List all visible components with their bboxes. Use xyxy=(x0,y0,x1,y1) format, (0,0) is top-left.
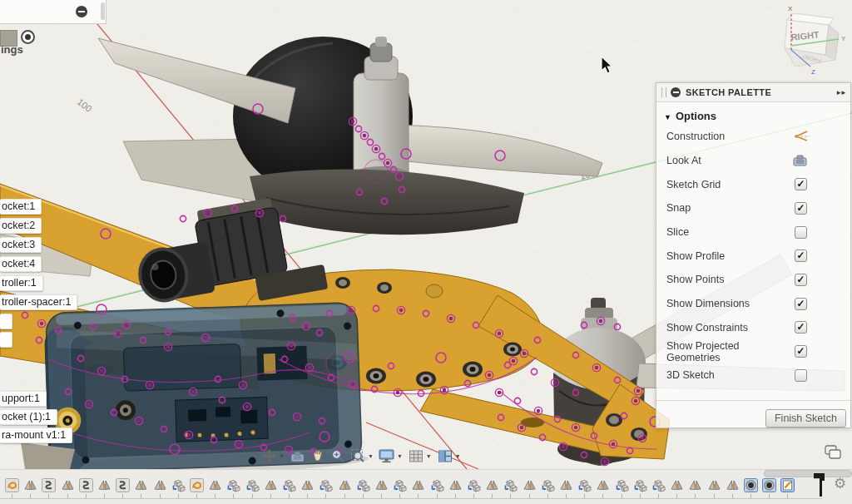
orbit-dropdown-arrow[interactable]: ▼ xyxy=(279,453,285,459)
sketch-point[interactable] xyxy=(258,211,261,215)
timeline-item-joint[interactable] xyxy=(523,478,537,492)
sketch-point[interactable] xyxy=(125,324,128,327)
sketch-point[interactable] xyxy=(449,317,453,320)
browser-label[interactable]: ocket:4 xyxy=(0,256,42,272)
timeline-item-motion-joint[interactable] xyxy=(744,478,758,492)
timeline-item-component[interactable] xyxy=(282,478,296,492)
sketch-point[interactable] xyxy=(396,391,399,394)
timeline-item-component[interactable] xyxy=(633,478,647,492)
sketch-point[interactable] xyxy=(537,409,540,413)
sketch-point[interactable] xyxy=(498,332,501,335)
timeline-playhead[interactable] xyxy=(814,473,827,498)
comment-icon[interactable] xyxy=(825,445,843,461)
timeline-item-joint[interactable] xyxy=(726,478,740,492)
sketch-point[interactable] xyxy=(488,373,491,377)
timeline-item-joint[interactable] xyxy=(688,478,702,492)
sketch-point[interactable] xyxy=(87,403,91,406)
sketch-point[interactable] xyxy=(148,383,151,387)
sketch-point[interactable] xyxy=(100,369,103,373)
sketch-point[interactable] xyxy=(374,147,378,151)
sketch-point[interactable] xyxy=(305,324,308,328)
sketch-point[interactable] xyxy=(204,336,207,339)
timeline-item-component[interactable] xyxy=(319,478,333,492)
lookat-icon[interactable] xyxy=(792,154,810,167)
show-constraints-checkbox[interactable]: ✓ xyxy=(795,321,807,334)
sketch-point[interactable] xyxy=(562,445,565,448)
sketch-point[interactable] xyxy=(295,415,299,418)
timeline-item-joint[interactable] xyxy=(208,478,222,492)
motor-shaft-column[interactable] xyxy=(354,73,409,180)
browser-label[interactable]: ocket:1 xyxy=(0,199,42,215)
browser-label[interactable]: ocket:3 xyxy=(0,237,42,253)
timeline-item-joint[interactable] xyxy=(670,478,684,492)
sketch-point[interactable] xyxy=(180,215,186,221)
sketch-point[interactable] xyxy=(137,419,141,422)
timeline-item-joint[interactable] xyxy=(338,478,352,492)
sketch-point[interactable] xyxy=(349,309,353,312)
browser-label[interactable]: ocket (1):1 xyxy=(0,409,57,425)
scrollbar-thumb[interactable] xyxy=(101,2,105,20)
sketch-point[interactable] xyxy=(531,368,537,374)
sketch-point[interactable] xyxy=(386,161,389,165)
timeline-item-joint[interactable] xyxy=(61,478,75,492)
timeline-item-as-built-joint[interactable] xyxy=(42,478,56,492)
timeline-item-component[interactable] xyxy=(393,478,407,492)
timeline-item-joint[interactable] xyxy=(596,478,610,492)
viewcube[interactable]: RIGHT FRONT X Y Z xyxy=(774,2,852,81)
timeline-item-joint[interactable] xyxy=(448,478,463,492)
timeline-item-joint[interactable] xyxy=(559,478,573,492)
timeline-item-joint[interactable] xyxy=(23,478,37,492)
sketch-point[interactable] xyxy=(40,322,43,325)
electronics-case[interactable] xyxy=(44,302,369,469)
sketch-point[interactable] xyxy=(512,359,515,363)
timeline-item-joint[interactable] xyxy=(300,478,315,492)
timeline-item-component[interactable] xyxy=(467,478,481,492)
timeline-item-component[interactable] xyxy=(503,478,518,492)
sketch-point[interactable] xyxy=(187,433,191,437)
sketch-point[interactable] xyxy=(599,319,602,323)
timeline-item-component[interactable] xyxy=(615,478,629,492)
timeline-item-joint[interactable] xyxy=(374,478,389,492)
browser-label[interactable]: troller-spacer:1 xyxy=(0,294,77,310)
sketch-point[interactable] xyxy=(351,383,354,386)
sketch-point[interactable] xyxy=(574,426,577,429)
sketch-point[interactable] xyxy=(641,437,644,440)
look-at-tool-icon[interactable] xyxy=(288,447,308,465)
timeline-item-joint[interactable] xyxy=(707,478,721,492)
timeline-item-joint[interactable] xyxy=(264,478,278,492)
timeline-item-component[interactable] xyxy=(430,478,444,492)
browser-label[interactable]: troller:1 xyxy=(0,275,43,291)
fit-dropdown-arrow[interactable]: ▼ xyxy=(368,453,374,459)
display-settings-dropdown-arrow[interactable]: ▼ xyxy=(397,453,403,459)
sketch-point[interactable] xyxy=(553,381,557,384)
timeline-item-joint[interactable] xyxy=(411,478,425,492)
sketch-point[interactable] xyxy=(443,388,446,392)
show-points-checkbox[interactable]: ✓ xyxy=(795,274,807,286)
radio-button-icon[interactable] xyxy=(21,30,35,44)
timeline-item-component[interactable] xyxy=(541,478,555,492)
orbit-tool-icon[interactable] xyxy=(259,447,279,465)
timeline-item-component[interactable] xyxy=(356,478,370,492)
browser-label[interactable]: ocket:2 xyxy=(0,218,42,234)
timeline-item-as-built-joint[interactable] xyxy=(79,478,93,492)
grid-snaps-tool-icon[interactable] xyxy=(406,447,426,465)
show-projected-geometries-checkbox[interactable]: ✓ xyxy=(795,345,807,358)
sketch-point[interactable] xyxy=(637,389,640,393)
timeline-item-component[interactable] xyxy=(171,478,186,492)
sketch-point[interactable] xyxy=(351,120,354,123)
sketch-point[interactable] xyxy=(363,134,366,137)
panel-expand-icon[interactable]: ►► xyxy=(835,89,845,96)
grid-snaps-dropdown-arrow[interactable]: ▼ xyxy=(426,453,432,459)
3d-sketch-checkbox[interactable] xyxy=(795,369,807,382)
timeline-item-component[interactable] xyxy=(245,478,260,492)
timeline-item-joint[interactable] xyxy=(153,478,167,492)
sketch-point[interactable] xyxy=(245,405,249,408)
collapse-icon[interactable] xyxy=(76,6,87,17)
timeline-item-motion-joint[interactable] xyxy=(762,478,776,492)
timeline-item-sketch[interactable] xyxy=(190,478,204,492)
viewports-tool-icon[interactable] xyxy=(435,447,455,465)
browser-label[interactable]: ra-mount v1:1 xyxy=(0,427,72,443)
sketch-point[interactable] xyxy=(523,352,526,355)
sketch-point[interactable] xyxy=(399,309,403,312)
sketch-point[interactable] xyxy=(595,366,598,369)
